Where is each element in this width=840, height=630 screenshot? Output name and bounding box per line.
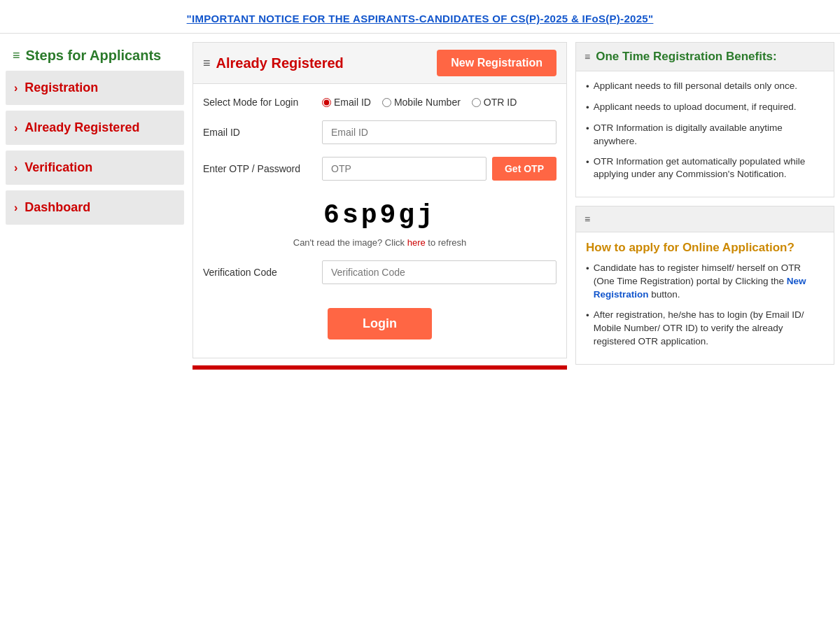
verification-input[interactable]	[322, 260, 556, 284]
select-mode-label: Select Mode for Login	[203, 97, 315, 108]
radio-otr-input[interactable]	[472, 98, 481, 107]
center-panel: ≡ Already Registered New Registration Se…	[192, 42, 567, 370]
login-button[interactable]: Login	[328, 308, 432, 340]
verification-row: Verification Code	[203, 260, 556, 284]
step-label-registration: Registration	[24, 80, 98, 95]
hamburger-icon-center: ≡	[203, 56, 211, 71]
radio-email-label: Email ID	[334, 97, 371, 108]
email-row: Email ID	[203, 120, 556, 144]
email-label: Email ID	[203, 127, 315, 138]
how-to-title: How to apply for Online Application?	[586, 241, 824, 255]
benefit-item-0: • Applicant needs to fill personal detai…	[586, 80, 824, 94]
center-header-left: ≡ Already Registered	[203, 55, 344, 71]
otp-input-group: Get OTP	[322, 157, 556, 181]
radio-otr[interactable]: OTR ID	[472, 97, 517, 108]
hamburger-icon-howto: ≡	[584, 214, 590, 225]
how-bullet-1: •	[586, 309, 589, 323]
how-item-0: • Candidate has to register himself/ her…	[586, 262, 824, 302]
step-label-verification: Verification	[24, 160, 92, 175]
bullet-1: •	[586, 102, 589, 115]
right-panel: ≡ One Time Registration Benefits: • Appl…	[575, 42, 834, 373]
notice-link[interactable]: "IMPORTANT NOTICE FOR THE ASPIRANTS-CAND…	[187, 13, 654, 24]
otr-benefits-title: One Time Registration Benefits:	[596, 50, 777, 64]
captcha-refresh-link[interactable]: here	[407, 237, 426, 248]
email-input[interactable]	[322, 120, 556, 144]
benefit-item-2: • OTR Information is digitally available…	[586, 122, 824, 148]
select-mode-row: Select Mode for Login Email ID Mobile Nu…	[203, 97, 556, 108]
chevron-icon-dashboard: ›	[14, 202, 18, 214]
already-registered-title: Already Registered	[216, 55, 344, 71]
bullet-2: •	[586, 122, 589, 136]
radio-mobile-label: Mobile Number	[394, 97, 461, 108]
step-dashboard[interactable]: › Dashboard	[6, 190, 184, 225]
radio-email[interactable]: Email ID	[322, 97, 371, 108]
form-area: Select Mode for Login Email ID Mobile Nu…	[192, 84, 567, 358]
hamburger-icon-left: ≡	[13, 48, 20, 63]
step-label-dashboard: Dashboard	[24, 200, 90, 215]
otr-benefits-header: ≡ One Time Registration Benefits:	[576, 43, 834, 71]
otr-benefits-body: • Applicant needs to fill personal detai…	[576, 71, 834, 197]
how-item-0-text: Candidate has to register himself/ herse…	[594, 262, 824, 302]
verification-label: Verification Code	[203, 267, 315, 278]
radio-group-login-mode: Email ID Mobile Number OTR ID	[322, 97, 517, 108]
radio-mobile-input[interactable]	[382, 98, 391, 107]
captcha-refresh-text: Can't read the image? Click here to refr…	[203, 237, 556, 248]
chevron-icon-already-registered: ›	[14, 122, 18, 134]
how-item-1: • After registration, he/she has to logi…	[586, 309, 824, 349]
radio-mobile[interactable]: Mobile Number	[382, 97, 461, 108]
chevron-icon-verification: ›	[14, 162, 18, 174]
step-registration[interactable]: › Registration	[6, 71, 184, 105]
benefit-item-3: • OTR Information get automatically popu…	[586, 155, 824, 182]
benefit-item-1: • Applicant needs to upload document, if…	[586, 101, 824, 115]
center-header: ≡ Already Registered New Registration	[192, 42, 567, 84]
radio-email-input[interactable]	[322, 98, 331, 107]
radio-otr-label: OTR ID	[484, 97, 517, 108]
chevron-icon-registration: ›	[14, 82, 18, 94]
steps-title: ≡ Steps for Applicants	[6, 42, 184, 71]
login-button-row: Login	[203, 297, 556, 345]
otp-row: Enter OTP / Password Get OTP	[203, 157, 556, 181]
new-registration-button[interactable]: New Registration	[437, 50, 556, 76]
captcha-image: 6sp9gj	[309, 193, 450, 237]
otp-label: Enter OTP / Password	[203, 163, 315, 174]
bullet-3: •	[586, 156, 589, 169]
otr-benefits-card: ≡ One Time Registration Benefits: • Appl…	[575, 42, 834, 197]
get-otp-button[interactable]: Get OTP	[492, 157, 556, 181]
main-layout: ≡ Steps for Applicants › Registration › …	[0, 34, 840, 382]
otp-input[interactable]	[322, 157, 486, 181]
step-label-already-registered: Already Registered	[24, 120, 139, 135]
bullet-0: •	[586, 80, 589, 94]
hamburger-icon-otr: ≡	[584, 51, 590, 62]
captcha-section: 6sp9gj Can't read the image? Click here …	[203, 193, 556, 248]
how-to-apply-card: ≡ How to apply for Online Application? •…	[575, 206, 834, 364]
notice-bar: "IMPORTANT NOTICE FOR THE ASPIRANTS-CAND…	[0, 0, 840, 34]
left-panel: ≡ Steps for Applicants › Registration › …	[6, 42, 184, 230]
bottom-bar	[192, 365, 567, 370]
step-verification[interactable]: › Verification	[6, 150, 184, 185]
how-to-apply-header: ≡	[576, 206, 834, 232]
step-already-registered[interactable]: › Already Registered	[6, 111, 184, 145]
how-bullet-0: •	[586, 262, 589, 276]
how-to-apply-body: How to apply for Online Application? • C…	[576, 232, 834, 363]
